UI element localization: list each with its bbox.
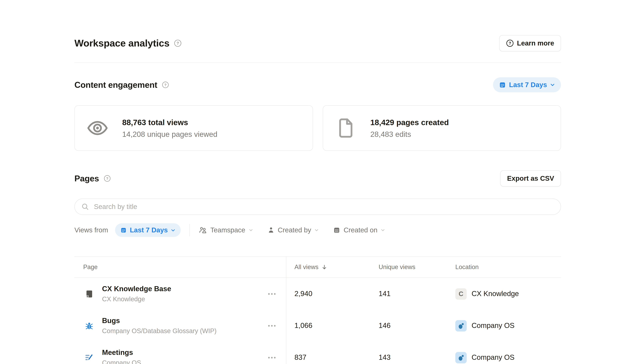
unique-views-value: 143 [370,341,447,364]
views-date-filter[interactable]: Last 7 Days [115,223,181,237]
search-bar[interactable] [75,199,561,215]
content-engagement-header: Content engagement ? Last 7 Days [75,77,561,93]
table-header-row: Page All views Unique views Location [75,257,561,278]
column-header-location[interactable]: Location [447,257,561,278]
search-input[interactable] [93,203,554,211]
learn-more-label: Learn more [517,39,554,47]
svg-text:?: ? [164,83,167,87]
help-icon[interactable]: ? [104,175,111,182]
sort-desc-arrow-icon[interactable] [321,264,327,270]
svg-text:?: ? [509,41,511,46]
teamspace-filter-label: Teamspace [210,226,245,234]
filter-bar: Views from Last 7 Days Teamspace [75,223,561,237]
person-icon [267,227,274,234]
table-row[interactable]: Bugs Company OS/Database Glossary (WIP) … [75,310,561,341]
page-title-link[interactable]: Meetings [102,348,141,357]
all-views-value: 837 [286,341,370,364]
row-actions-ellipsis-icon[interactable] [268,293,276,295]
created-on-filter-label: Created on [344,226,377,234]
pages-created-value: 18,429 pages created [370,117,449,128]
teamspace-icon [199,226,207,234]
column-header-all-views[interactable]: All views [286,257,370,278]
pages-header: Pages ? Export as CSV [75,170,561,186]
date-range-value: Last 7 Days [509,81,547,89]
workspace-analytics-page: Workspace analytics ? ? Learn more Conte… [0,0,624,364]
page-location-subtitle: Company OS/Database Glossary (WIP) [102,327,217,335]
calendar-icon [333,227,340,234]
section-divider [75,62,561,63]
book-icon [84,289,94,298]
row-actions-ellipsis-icon[interactable] [268,357,276,358]
teamspace-filter[interactable]: Teamspace [199,226,253,234]
page-icon [334,118,357,138]
created-on-filter[interactable]: Created on [333,226,385,234]
pages-title: Pages [75,173,99,183]
edits-value: 28,483 edits [370,129,449,139]
page-title-link[interactable]: CX Knowledge Base [102,284,171,293]
all-views-value: 2,940 [286,278,370,310]
chevron-down-icon [314,228,319,232]
column-divider [286,257,286,364]
calendar-icon [499,81,506,88]
all-views-value: 1,066 [286,310,370,341]
total-views-value: 88,763 total views [122,117,217,128]
views-date-filter-value: Last 7 Days [130,226,168,234]
meeting-notes-icon [84,353,94,362]
stat-cards: 88,763 total views 14,208 unique pages v… [75,105,561,151]
created-by-filter-label: Created by [278,226,311,234]
help-icon[interactable]: ? [162,81,169,88]
column-header-unique-views[interactable]: Unique views [370,257,447,278]
svg-text:?: ? [106,176,108,181]
page-title-link[interactable]: Bugs [102,316,217,325]
unique-views-value: 141 [370,278,447,310]
row-actions-ellipsis-icon[interactable] [268,325,276,326]
page-header: Workspace analytics ? ? Learn more [75,35,561,51]
unique-pages-viewed-value: 14,208 unique pages viewed [122,129,217,139]
eye-icon [86,120,109,136]
page-title: Workspace analytics [75,38,169,49]
unique-views-value: 146 [370,310,447,341]
table-row[interactable]: CX Knowledge Base CX Knowledge 2,940 141… [75,278,561,310]
chevron-down-icon [171,228,176,233]
help-circle-icon: ? [506,39,514,47]
svg-text:?: ? [177,41,179,46]
export-csv-button[interactable]: Export as CSV [500,170,561,186]
chevron-down-icon [248,228,253,232]
pages-table: Page All views Unique views Location [75,257,561,364]
company-os-icon [455,352,467,363]
company-os-icon [455,320,467,331]
table-row[interactable]: Meetings Company OS 837 143 Company OS [75,341,561,364]
pages-created-card: 18,429 pages created 28,483 edits [323,105,561,151]
help-icon[interactable]: ? [174,39,182,47]
calendar-icon [120,227,127,233]
page-location-subtitle: CX Knowledge [102,295,171,303]
location-label[interactable]: Company OS [471,321,515,330]
location-label[interactable]: CX Knowledge [471,289,519,298]
content-engagement-title: Content engagement [75,80,157,90]
chevron-down-icon [550,82,555,87]
views-from-label: Views from [75,226,108,234]
total-views-card: 88,763 total views 14,208 unique pages v… [75,105,313,151]
location-label[interactable]: Company OS [471,353,515,362]
column-header-page[interactable]: Page [75,257,286,278]
bug-icon [84,321,94,330]
location-badge: C [455,288,467,299]
chevron-down-icon [381,228,385,232]
learn-more-button[interactable]: ? Learn more [499,35,561,51]
created-by-filter[interactable]: Created by [267,226,319,234]
search-icon [81,203,89,210]
date-range-dropdown[interactable]: Last 7 Days [493,77,561,92]
page-location-subtitle: Company OS [102,359,141,364]
filter-divider [189,224,190,236]
